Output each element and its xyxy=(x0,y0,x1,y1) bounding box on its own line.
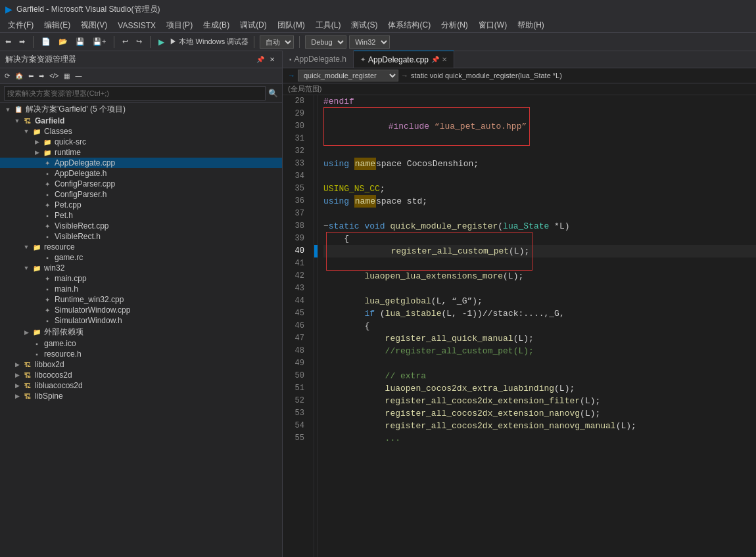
tree-main-h[interactable]: ▪ main.h xyxy=(0,284,282,294)
menu-view[interactable]: 视图(V) xyxy=(76,18,112,32)
menu-team[interactable]: 团队(M) xyxy=(272,18,310,32)
menu-file[interactable]: 文件(F) xyxy=(3,18,39,32)
libcocos2d-icon: 🏗 xyxy=(22,370,33,380)
redo-button[interactable]: ↪ xyxy=(133,36,145,47)
tree-quick-src[interactable]: ▶ 📁 quick-src xyxy=(0,137,282,147)
se-search-icon: 🔍 xyxy=(268,89,278,99)
forward-button[interactable]: ➡ xyxy=(16,36,28,47)
se-title: 解决方案资源管理器 xyxy=(5,54,76,65)
tree-pet-h[interactable]: ▪ Pet.h xyxy=(0,210,282,221)
se-collapse-button[interactable]: — xyxy=(73,72,83,80)
code-line-38: −static void quick_module_register(lua_S… xyxy=(323,220,756,233)
se-close-button[interactable]: ✕ xyxy=(268,55,277,64)
code-line-49 xyxy=(323,357,756,370)
menu-debug[interactable]: 调试(D) xyxy=(235,18,272,32)
save-button[interactable]: 💾 xyxy=(73,36,87,47)
run-button[interactable]: ▶ xyxy=(156,36,167,48)
tree-resource-h[interactable]: ▪ resource.h xyxy=(0,349,282,359)
se-sync-button[interactable]: ⟳ xyxy=(3,72,12,80)
debug-dropdown[interactable]: Debug xyxy=(305,35,346,49)
linenum-48: 48 xyxy=(283,345,308,357)
win32-arrow: ▼ xyxy=(21,265,32,271)
menu-tools[interactable]: 工具(L) xyxy=(310,18,346,32)
visiblerect-cpp-icon: ✦ xyxy=(42,221,53,231)
se-forward-button[interactable]: ➡ xyxy=(37,72,46,80)
quick-src-icon: 📁 xyxy=(42,137,53,146)
libluacocos2d-icon: 🏗 xyxy=(22,381,33,390)
code-line-54: register_all_cocos2dx_extension_nanovg_m… xyxy=(323,420,756,432)
menu-arch[interactable]: 体系结构(C) xyxy=(383,18,436,32)
tree-configparser-h[interactable]: ▪ ConfigParser.h xyxy=(0,189,282,200)
code-line-51: luaopen_cocos2dx_extra_luabinding(L); xyxy=(323,382,756,395)
tab-appdelegate-cpp[interactable]: ✦ AppDelegate.cpp 📌 ✕ xyxy=(354,51,454,68)
open-button[interactable]: 📂 xyxy=(56,36,70,47)
breadcrumb-arrow-icon: → xyxy=(288,72,295,79)
tree-runtime[interactable]: ▶ 📁 runtime xyxy=(0,147,282,158)
tab-appdelegate-h[interactable]: ▪ AppDelegate.h xyxy=(283,51,354,68)
back-button[interactable]: ⬅ xyxy=(3,36,14,47)
tree-classes[interactable]: ▼ 📁 Classes xyxy=(0,126,282,137)
separator-5 xyxy=(299,36,300,48)
code-line-37 xyxy=(323,208,756,220)
main-h-icon: ▪ xyxy=(42,284,53,294)
tree-visiblerect-cpp[interactable]: ✦ VisibleRect.cpp xyxy=(0,221,282,231)
save-all-button[interactable]: 💾+ xyxy=(90,36,108,47)
se-pin-button[interactable]: 📌 xyxy=(254,55,266,64)
menu-window[interactable]: 窗口(W) xyxy=(473,18,512,32)
new-file-button[interactable]: 📄 xyxy=(39,36,53,47)
tree-pet-cpp[interactable]: ✦ Pet.cpp xyxy=(0,200,282,210)
menu-vassistx[interactable]: VASSISTX xyxy=(112,20,161,32)
code-editor[interactable]: 28 29 30 31 32 33 34 35 36 37 38 39 40 4… xyxy=(283,95,756,557)
menu-help[interactable]: 帮助(H) xyxy=(512,18,550,32)
tree-libcocos2d[interactable]: ▶ 🏗 libcocos2d xyxy=(0,370,282,380)
solution-icon: 📋 xyxy=(13,105,24,114)
main-cpp-icon: ✦ xyxy=(42,274,53,283)
platform-dropdown[interactable]: Win32 xyxy=(349,35,390,49)
libbox2d-label: libbox2d xyxy=(35,360,64,369)
tree-external-deps[interactable]: ▶ 📁 外部依赖项 xyxy=(0,326,282,338)
menu-build[interactable]: 生成(B) xyxy=(198,18,235,32)
se-filter-button[interactable]: ▦ xyxy=(62,72,72,80)
garfield-label: Garfield xyxy=(35,116,64,125)
tree-win32[interactable]: ▼ 📁 win32 xyxy=(0,263,282,273)
tree-libspine[interactable]: ▶ 🏗 libSpine xyxy=(0,391,282,401)
se-search-input[interactable] xyxy=(4,86,266,100)
tree-visiblerect-h[interactable]: ▪ VisibleRect.h xyxy=(0,231,282,242)
se-home-button[interactable]: 🏠 xyxy=(13,72,25,80)
tree-simwindow-h[interactable]: ▪ SimulatorWindow.h xyxy=(0,315,282,326)
tree-configparser-cpp[interactable]: ✦ ConfigParser.cpp xyxy=(0,179,282,189)
auto-dropdown[interactable]: 自动 xyxy=(260,35,294,49)
toolbar: ⬅ ➡ 📄 📂 💾 💾+ ↩ ↪ ▶ ▶ 本地 Windows 调试器 自动 D… xyxy=(0,33,756,51)
tree-game-rc[interactable]: ▪ game.rc xyxy=(0,252,282,263)
tree-main-cpp[interactable]: ✦ main.cpp xyxy=(0,273,282,284)
menu-project[interactable]: 项目(P) xyxy=(161,18,198,32)
tree-garfield[interactable]: ▼ 🏗 Garfield xyxy=(0,116,282,126)
tree-solution[interactable]: ▼ 📋 解决方案'Garfield' (5 个项目) xyxy=(0,103,282,116)
code-line-45: if (lua_istable(L, -1))//stack:....,_G, xyxy=(323,307,756,320)
tree-appdelegate-h[interactable]: ▪ AppDelegate.h xyxy=(0,168,282,179)
tree-libluacocos2d[interactable]: ▶ 🏗 libluacocos2d xyxy=(0,380,282,391)
code-content[interactable]: #endif #include “lua_pet_auto.hpp” using… xyxy=(318,95,756,557)
tree-appdelegate-cpp[interactable]: ✦ AppDelegate.cpp xyxy=(0,158,282,168)
tab-cpp-close[interactable]: ✕ xyxy=(442,56,447,63)
configparser-cpp-icon: ✦ xyxy=(42,179,53,189)
se-back-button[interactable]: ⬅ xyxy=(26,72,35,80)
tab-bar: ▪ AppDelegate.h ✦ AppDelegate.cpp 📌 ✕ xyxy=(283,51,756,68)
tree-libbox2d[interactable]: ▶ 🏗 libbox2d xyxy=(0,359,282,370)
code-line-35: USING_NS_CC; xyxy=(323,183,756,195)
linenum-33: 33 xyxy=(283,158,308,170)
menu-edit[interactable]: 编辑(E) xyxy=(39,18,76,32)
tree-resource[interactable]: ▼ 📁 resource xyxy=(0,242,282,252)
menu-test[interactable]: 测试(S) xyxy=(346,18,383,32)
tab-cpp-label: AppDelegate.cpp xyxy=(368,55,429,64)
simwindow-h-icon: ▪ xyxy=(42,316,53,325)
tree-game-ico[interactable]: ▪ game.ico xyxy=(0,338,282,349)
undo-button[interactable]: ↩ xyxy=(120,36,131,47)
tree-runtime-win32[interactable]: ✦ Runtime_win32.cpp xyxy=(0,294,282,305)
linenum-41: 41 xyxy=(283,257,308,270)
menu-analyze[interactable]: 分析(N) xyxy=(436,18,473,32)
tree-simwindow-cpp[interactable]: ✦ SimulatorWindow.cpp xyxy=(0,305,282,315)
se-view-button[interactable]: </> xyxy=(47,72,60,80)
breadcrumb-left-dropdown[interactable]: quick_module_register xyxy=(298,70,398,81)
runtime-label: runtime xyxy=(55,148,81,157)
